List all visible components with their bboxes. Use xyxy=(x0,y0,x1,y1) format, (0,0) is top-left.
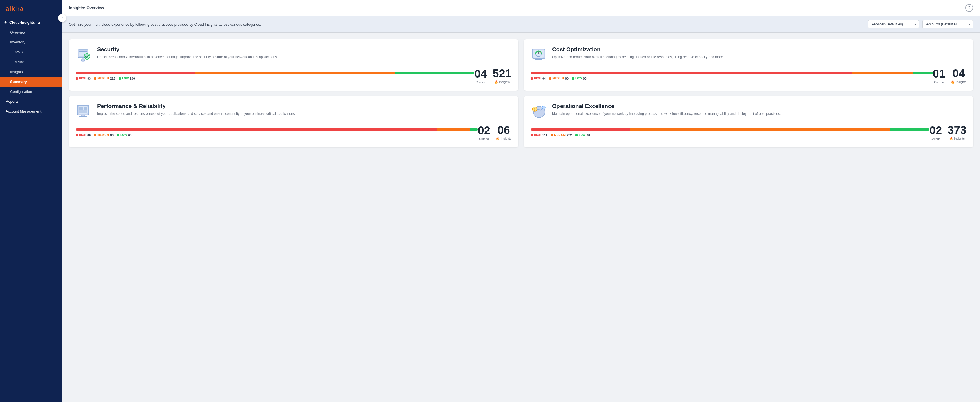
cost-medium-count: 00 xyxy=(565,77,568,80)
medium-dot xyxy=(94,134,96,136)
performance-criteria-metric: 02 Criteria xyxy=(478,125,490,141)
sidebar-item-configuration[interactable]: Configuration xyxy=(0,87,62,97)
performance-bar-low xyxy=(470,128,477,131)
security-card-desc: Detect threats and vulnerabilities in ad… xyxy=(97,54,278,60)
accounts-filter-wrapper: Accounts (Default All) xyxy=(923,20,973,28)
security-severity: HIGH 93 MEDIUM 228 LOW 200 xyxy=(76,72,474,80)
cloud-insights-section-header[interactable]: ✦ Cloud-Insights ▲ xyxy=(0,17,62,27)
operational-progress-bar xyxy=(531,128,929,131)
security-icon xyxy=(76,46,92,63)
cost-bar-medium xyxy=(852,72,913,74)
security-card-header: Security Detect threats and vulnerabilit… xyxy=(76,46,511,63)
high-text: HIGH xyxy=(79,77,86,80)
main-content: Insights: Overview ? Optimize your multi… xyxy=(62,0,980,402)
performance-high-count: 06 xyxy=(87,133,91,137)
high-dot xyxy=(531,134,533,136)
cost-progress-bar xyxy=(531,72,933,74)
cost-high-count: 04 xyxy=(542,77,546,80)
cost-insights-label: 🔥 Insights xyxy=(951,80,966,84)
sidebar-item-overview[interactable]: Overview xyxy=(0,27,62,37)
performance-low-label: LOW 00 xyxy=(117,133,132,137)
performance-high-label: HIGH 06 xyxy=(76,133,91,137)
svg-rect-12 xyxy=(535,59,542,60)
operational-card-desc: Maintain operational excellence of your … xyxy=(552,111,781,116)
performance-bar-high xyxy=(76,128,438,131)
cost-insights-value: 04 xyxy=(951,68,966,79)
operational-bar-high xyxy=(531,128,630,131)
sidebar-item-account-management[interactable]: Account Management xyxy=(0,106,62,116)
filter-group: Provider (Default All) Accounts (Default… xyxy=(868,20,973,28)
security-insights-value: 521 xyxy=(493,68,511,79)
high-dot xyxy=(76,134,78,136)
performance-card-header: Performance & Reliability Improve the sp… xyxy=(76,103,511,120)
help-button[interactable]: ? xyxy=(965,4,973,12)
insights-icon: 🔥 xyxy=(494,80,498,84)
operational-criteria-label: Criteria xyxy=(929,137,942,141)
medium-dot xyxy=(549,77,551,79)
banner-text: Optimize your multi-cloud experience by … xyxy=(69,22,868,27)
provider-filter-wrapper: Provider (Default All) xyxy=(868,20,919,28)
cost-bar-low xyxy=(913,72,932,74)
svg-rect-17 xyxy=(79,110,87,113)
medium-text: MEDIUM xyxy=(97,77,109,80)
provider-filter[interactable]: Provider (Default All) xyxy=(868,20,919,28)
security-progress-bar xyxy=(76,72,474,74)
cost-icon xyxy=(531,46,547,63)
security-bar-high xyxy=(76,72,196,74)
operational-card-title: Operational Excellence xyxy=(552,103,781,109)
security-high-count: 93 xyxy=(87,77,91,80)
chevron-up-icon: ▲ xyxy=(37,20,41,25)
operational-high-label: HIGH 111 xyxy=(531,133,547,137)
security-low-label: LOW 200 xyxy=(119,77,135,80)
operational-low-label: LOW 00 xyxy=(575,133,590,137)
operational-bar-medium xyxy=(630,128,889,131)
sidebar-item-azure[interactable]: Azure xyxy=(0,57,62,67)
sidebar-item-aws[interactable]: AWS xyxy=(0,47,62,57)
operational-medium-count: 262 xyxy=(567,133,572,137)
cost-metrics: 01 Criteria 04 🔥 Insights xyxy=(933,68,966,84)
cloud-insights-label: Cloud-Insights xyxy=(9,20,35,25)
operational-bar-low xyxy=(889,128,929,131)
svg-rect-2 xyxy=(79,51,87,52)
performance-medium-label: MEDIUM 00 xyxy=(94,133,113,137)
security-criteria-value: 04 xyxy=(474,68,487,79)
performance-low-count: 00 xyxy=(128,133,131,137)
cost-card-title: Cost Optimization xyxy=(552,46,724,53)
high-dot xyxy=(531,77,533,79)
performance-bar-medium xyxy=(438,128,470,131)
security-insights-label: 🔥 Insights xyxy=(493,80,511,84)
sidebar-item-inventory[interactable]: Inventory xyxy=(0,37,62,47)
svg-rect-16 xyxy=(84,107,87,110)
sidebar-item-summary[interactable]: Summary xyxy=(0,77,62,87)
svg-rect-15 xyxy=(79,107,83,110)
security-bar-low xyxy=(395,72,474,74)
medium-dot xyxy=(551,134,553,136)
sidebar-item-reports[interactable]: Reports xyxy=(0,97,62,106)
svg-rect-4 xyxy=(82,57,84,60)
cost-high-label: HIGH 04 xyxy=(531,77,546,80)
performance-card-desc: Improve the speed and responsiveness of … xyxy=(97,111,296,116)
accounts-filter[interactable]: Accounts (Default All) xyxy=(923,20,973,28)
cost-insights-metric: 04 🔥 Insights xyxy=(951,68,966,84)
security-metrics: 04 Criteria 521 🔥 Insights xyxy=(474,68,511,84)
sidebar: alkira ‹ ✦ Cloud-Insights ▲ Overview Inv… xyxy=(0,0,62,402)
sidebar-item-insights[interactable]: Insights xyxy=(0,67,62,77)
sidebar-collapse-button[interactable]: ‹ xyxy=(58,14,66,22)
low-text: LOW xyxy=(122,77,129,80)
insights-icon: 🔥 xyxy=(949,137,953,140)
operational-metrics: 02 Criteria 373 🔥 Insights xyxy=(929,124,966,141)
cost-criteria-metric: 01 Criteria xyxy=(933,68,945,84)
operational-medium-label: MEDIUM 262 xyxy=(551,133,572,137)
performance-metrics: 02 Criteria 06 🔥 Insights xyxy=(478,124,511,141)
cost-severity: HIGH 04 MEDIUM 00 LOW 00 xyxy=(531,72,933,80)
performance-insights-label: 🔥 Insights xyxy=(496,137,511,141)
page-title: Insights: Overview xyxy=(69,6,104,10)
operational-severity-labels: HIGH 111 MEDIUM 262 LOW 00 xyxy=(531,133,929,137)
performance-card-text: Performance & Reliability Improve the sp… xyxy=(97,103,296,116)
security-card-stats: HIGH 93 MEDIUM 228 LOW 200 xyxy=(76,68,511,84)
performance-medium-count: 00 xyxy=(110,133,113,137)
info-banner: Optimize your multi-cloud experience by … xyxy=(62,16,980,33)
operational-insights-value: 373 xyxy=(948,124,966,136)
cost-card-header: Cost Optimization Optimize and reduce yo… xyxy=(531,46,966,63)
cost-low-count: 00 xyxy=(583,77,586,80)
